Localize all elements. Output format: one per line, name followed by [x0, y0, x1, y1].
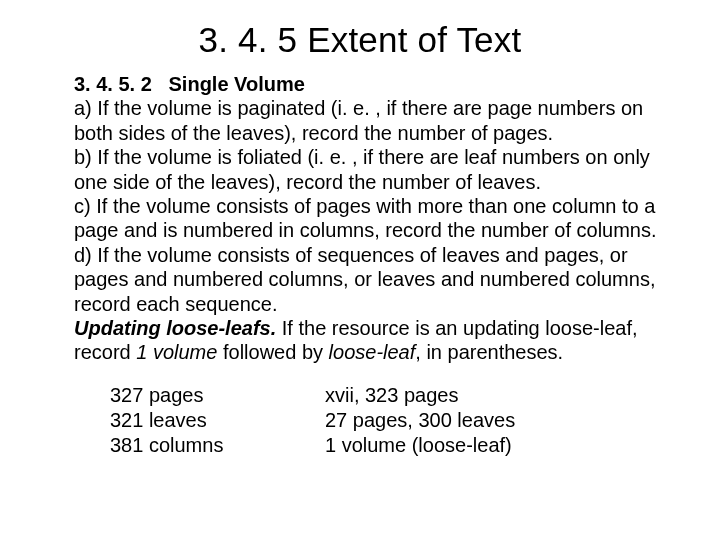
examples-block: 327 pages 321 leaves 381 columns xvii, 3…	[40, 383, 680, 458]
examples-column-right: xvii, 323 pages 27 pages, 300 leaves 1 v…	[325, 383, 515, 458]
looseleaf-note: Updating loose-leafs. If the resource is…	[74, 316, 670, 365]
looseleaf-lead: Updating loose-leafs.	[74, 317, 276, 339]
subsection-title: Single Volume	[157, 73, 304, 95]
subsection-heading: 3. 4. 5. 2 Single Volume	[74, 72, 670, 96]
looseleaf-volume: 1 volume	[136, 341, 217, 363]
subsection-number: 3. 4. 5. 2	[74, 73, 152, 95]
example-line: 321 leaves	[110, 408, 325, 433]
slide: 3. 4. 5 Extent of Text 3. 4. 5. 2 Single…	[0, 0, 720, 540]
example-line: 327 pages	[110, 383, 325, 408]
examples-column-left: 327 pages 321 leaves 381 columns	[110, 383, 325, 458]
example-line: 27 pages, 300 leaves	[325, 408, 515, 433]
item-a: a) If the volume is paginated (i. e. , i…	[74, 96, 670, 145]
example-line: 1 volume (loose-leaf)	[325, 433, 515, 458]
looseleaf-term: loose-leaf	[329, 341, 416, 363]
looseleaf-tail: , in parentheses.	[415, 341, 563, 363]
example-line: 381 columns	[110, 433, 325, 458]
example-line: xvii, 323 pages	[325, 383, 515, 408]
item-c: c) If the volume consists of pages with …	[74, 194, 670, 243]
section-heading: 3. 4. 5 Extent of Text	[40, 20, 680, 60]
item-d: d) If the volume consists of sequences o…	[74, 243, 670, 316]
item-b: b) If the volume is foliated (i. e. , if…	[74, 145, 670, 194]
body-text: 3. 4. 5. 2 Single Volume a) If the volum…	[40, 72, 680, 365]
looseleaf-text-2: followed by	[217, 341, 328, 363]
